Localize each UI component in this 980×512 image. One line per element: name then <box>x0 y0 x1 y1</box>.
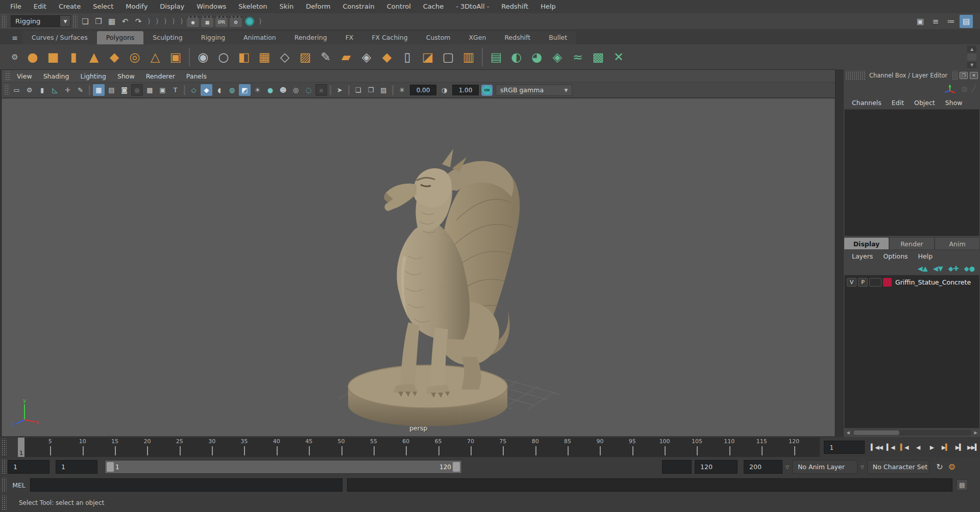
speed-dial-icon[interactable]: ◍ <box>961 85 967 93</box>
smooth-shade-icon[interactable]: ◆ <box>201 84 212 96</box>
shelf-tab-animation[interactable]: Animation <box>234 31 285 44</box>
layer-row[interactable]: V P Griffin_Statue_Concrete <box>845 277 979 288</box>
viewport-canvas[interactable]: persp y x z <box>2 99 835 436</box>
vp-menu-shading[interactable]: Shading <box>38 72 75 80</box>
playback-end-field[interactable]: 120 <box>695 460 738 474</box>
go-to-end-button[interactable]: ▶▶▍ <box>966 440 980 455</box>
grid-toggle-icon[interactable]: ▦ <box>93 84 105 96</box>
shelf-tab-xgen[interactable]: XGen <box>460 31 496 44</box>
menu-edit[interactable]: Edit <box>28 0 53 13</box>
planar-mapping-icon[interactable]: ▤ <box>486 47 506 67</box>
griffin-statue-model[interactable] <box>308 103 574 436</box>
step-forward-key-button[interactable]: ▶▍ <box>939 440 952 455</box>
mirror-icon[interactable]: ◧ <box>234 47 254 67</box>
timeline-playhead[interactable]: 1 <box>18 438 24 457</box>
poly-cone-icon[interactable]: ▲ <box>84 47 104 67</box>
flat-shade-icon[interactable]: ◖ <box>213 84 225 96</box>
exposure-field[interactable]: 0.00 <box>410 85 436 95</box>
spare-field[interactable] <box>662 460 692 474</box>
wireframe-icon[interactable]: ◇ <box>188 84 200 96</box>
menu-display[interactable]: Display <box>154 0 190 13</box>
poly-cube-icon[interactable]: ■ <box>43 47 63 67</box>
render-current-frame-icon[interactable]: ▦ <box>201 16 213 27</box>
shelf-tab-sculpting[interactable]: Sculpting <box>143 31 191 44</box>
gate-mask-icon[interactable]: ● <box>131 84 143 96</box>
gamma-icon[interactable]: ◑ <box>438 84 450 96</box>
create-layer-from-selected-icon[interactable]: ◆● <box>964 265 975 272</box>
cb-menu-object[interactable]: Object <box>909 99 940 107</box>
exposure-icon[interactable]: ✳ <box>396 84 408 96</box>
insert-edge-loop-icon[interactable]: ▥ <box>458 47 479 67</box>
render-settings-icon[interactable]: ⚙ <box>230 16 242 27</box>
cb-menu-show[interactable]: Show <box>940 99 968 107</box>
safe-action-icon[interactable]: ▣ <box>157 84 168 96</box>
auto-keyframe-toggle[interactable]: ↻ <box>934 461 946 473</box>
snapshot-copy-icon[interactable]: ❏ <box>352 84 364 96</box>
shelf-tab-fx[interactable]: FX <box>336 31 363 44</box>
layer-menu-layers[interactable]: Layers <box>847 252 878 260</box>
xray-icon[interactable]: ☻ <box>277 84 289 96</box>
viewport-snapshot-icon[interactable]: ▨ <box>378 84 389 96</box>
shelf-tab-curves-surfaces[interactable]: Curves / Surfaces <box>22 31 97 44</box>
status-line-grip[interactable] <box>1 15 7 28</box>
shelf-tab-redshift[interactable]: Redshift <box>495 31 540 44</box>
cb-menu-channels[interactable]: Channels <box>847 99 887 107</box>
play-forwards-button[interactable]: ▶ <box>925 440 939 455</box>
modeling-toolkit-toggle[interactable]: ▣ <box>914 15 927 28</box>
layer-menu-options[interactable]: Options <box>878 252 913 260</box>
automatic-mapping-icon[interactable]: ◈ <box>547 47 568 67</box>
chevron-down-icon[interactable]: ▽ <box>861 465 864 470</box>
pan-zoom-icon[interactable]: ✛ <box>62 84 74 96</box>
layer-mode-cell[interactable] <box>869 278 881 287</box>
play-backwards-button[interactable]: ◀ <box>911 440 925 455</box>
playback-start-field[interactable]: 1 <box>56 460 97 474</box>
color-management-toggle[interactable]: ON <box>481 85 493 96</box>
shelf-tab-polygons[interactable]: Polygons <box>97 31 144 44</box>
reduce-icon[interactable]: ▨ <box>295 47 315 67</box>
collapsed-section-symmetry[interactable]: ⟩ <box>153 17 161 25</box>
collapsed-section-construction[interactable]: ⟩ <box>169 17 178 25</box>
poly-pipe-icon[interactable]: ▣ <box>165 47 186 67</box>
go-to-start-button[interactable]: ▍◀◀ <box>870 440 884 455</box>
shelf-scroll-up-icon[interactable]: ▲ <box>967 46 976 53</box>
undo-icon[interactable]: ↶ <box>118 15 132 28</box>
step-back-key-button[interactable]: ▍◀ <box>897 440 911 455</box>
grease-pencil-icon[interactable]: ✎ <box>75 84 86 96</box>
contour-stretch-icon[interactable]: ≈ <box>568 47 588 67</box>
layer-menu-help[interactable]: Help <box>913 252 938 260</box>
command-input[interactable] <box>30 478 342 492</box>
view-transform-dropdown[interactable]: sRGB gamma ▼ <box>496 85 572 96</box>
field-chart-icon[interactable]: ▩ <box>144 84 156 96</box>
channel-box-content[interactable] <box>844 109 979 236</box>
layer-color-swatch[interactable] <box>883 278 892 287</box>
lights-icon[interactable]: ☀ <box>252 84 263 96</box>
vp-menu-show[interactable]: Show <box>112 72 140 80</box>
menu-cache[interactable]: Cache <box>417 0 450 13</box>
open-scene-icon[interactable]: ❐ <box>92 15 105 28</box>
uv-editor-icon[interactable]: ▩ <box>588 47 608 67</box>
xray-joints-icon[interactable]: ◎ <box>290 84 302 96</box>
layer-tab-display[interactable]: Display <box>844 237 889 250</box>
shelf-tab-custom[interactable]: Custom <box>417 31 460 44</box>
manipulator-axis-icon[interactable] <box>944 83 957 95</box>
range-start-handle[interactable] <box>107 462 114 472</box>
menu-deform[interactable]: Deform <box>300 0 336 13</box>
vp-menu-renderer[interactable]: Renderer <box>140 72 181 80</box>
menu-skeleton[interactable]: Skeleton <box>232 0 273 13</box>
cb-menu-edit[interactable]: Edit <box>887 99 909 107</box>
spherical-mapping-icon[interactable]: ◕ <box>527 47 547 67</box>
shelf-tab-rigging[interactable]: Rigging <box>192 31 234 44</box>
collapsed-section-snap[interactable]: ⟩ <box>145 17 153 25</box>
channel-box-toggle[interactable]: ▤ <box>960 15 973 28</box>
menu-help[interactable]: Help <box>534 0 562 13</box>
bridge-icon[interactable]: ◆ <box>377 47 397 67</box>
layer-playback-toggle[interactable]: P <box>858 278 868 287</box>
textured-icon[interactable]: ◍ <box>226 84 238 96</box>
bevel-icon[interactable]: ◈ <box>356 47 377 67</box>
separate-icon[interactable]: ○ <box>213 47 234 67</box>
resolution-gate-icon[interactable]: ◙ <box>118 84 130 96</box>
slider-mode-icon[interactable]: ╱ <box>972 85 976 93</box>
smooth-mesh-preview-icon[interactable]: ◇ <box>275 47 295 67</box>
launch-render-view-icon[interactable] <box>245 17 254 26</box>
layer-tab-anim[interactable]: Anim <box>935 237 980 250</box>
